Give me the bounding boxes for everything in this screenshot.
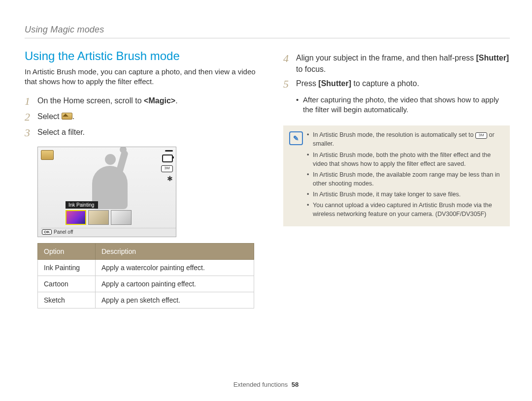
shutter-key: [Shutter] xyxy=(476,54,509,62)
step-number: 4 xyxy=(283,52,296,65)
step-1-magic: <Magic> xyxy=(144,96,175,105)
table-row: Ink Painting Apply a watercolor painting… xyxy=(38,259,254,276)
step-3-text: Select a filter. xyxy=(37,126,85,138)
step-4: 4 Align your subject in the frame, and t… xyxy=(283,52,510,75)
cell-desc: Apply a cartoon painting effect. xyxy=(96,276,254,292)
step-5-sub: • After capturing the photo, the video t… xyxy=(296,95,510,115)
shutter-key: [Shutter] xyxy=(318,79,351,88)
battery-icon xyxy=(162,154,173,162)
filter-thumbnails xyxy=(66,210,132,225)
resolution-icon: 3M xyxy=(161,165,173,172)
step-5-sub-text: After capturing the photo, the video tha… xyxy=(303,95,510,115)
step-number: 5 xyxy=(283,78,296,91)
panel-off-label: Panel off xyxy=(54,229,73,235)
step-1-text-b: . xyxy=(175,96,177,105)
note-box: ✎ In Artistic Brush mode, the resolution… xyxy=(283,125,510,226)
cell-option: Cartoon xyxy=(38,276,96,292)
step-2-text-a: Select xyxy=(37,112,62,121)
step-number: 3 xyxy=(25,126,37,139)
step-number: 2 xyxy=(25,111,37,123)
note-item: In Artistic Brush mode, the resolution i… xyxy=(307,130,503,148)
note-item: In Artistic Brush mode, the available zo… xyxy=(307,170,503,188)
ok-button-icon: OK xyxy=(42,229,52,235)
step-1: 1 On the Home screen, scroll to <Magic>. xyxy=(25,95,261,108)
step-2-text-b: . xyxy=(72,112,74,121)
page-title: Using the Artistic Brush mode xyxy=(25,49,261,63)
table-row: Cartoon Apply a cartoon painting effect. xyxy=(38,276,254,292)
mode-icon xyxy=(41,150,54,160)
table-row: Sketch Apply a pen sketch effect. xyxy=(38,292,254,308)
filter-thumb-ink xyxy=(66,210,86,225)
note-item: You cannot upload a video captured in Ar… xyxy=(307,201,503,218)
filter-label: Ink Painting xyxy=(66,201,98,209)
step-5: 5 Press [Shutter] to capture a photo. xyxy=(283,78,510,91)
resolution-chip: 3M xyxy=(475,132,487,139)
th-option: Option xyxy=(38,243,96,259)
divider xyxy=(25,38,510,38)
section-header: Using Magic modes xyxy=(25,25,510,35)
filter-thumb-sketch xyxy=(111,210,132,225)
left-column: Using the Artistic Brush mode In Artisti… xyxy=(25,49,261,308)
indicator-bar-icon xyxy=(165,150,173,152)
filter-thumb-cartoon xyxy=(88,210,109,225)
note-item: In Artistic Brush mode, both the photo w… xyxy=(307,151,503,168)
right-column: 4 Align your subject in the frame, and t… xyxy=(261,49,510,308)
step-2: 2 Select . xyxy=(25,111,261,123)
step-5-text-a: Press xyxy=(296,79,318,88)
step-5-text-b: to capture a photo. xyxy=(351,79,419,88)
note-icon: ✎ xyxy=(289,131,303,145)
options-table: Option Description Ink Painting Apply a … xyxy=(37,243,254,308)
camera-screenshot: 3M ✱ Ink Painting OK Panel off xyxy=(37,147,176,237)
step-number: 1 xyxy=(25,95,37,108)
note-item: In Artistic Brush mode, it may take long… xyxy=(307,190,503,199)
star-icon: ✱ xyxy=(167,175,173,182)
artistic-brush-mode-icon xyxy=(62,113,72,121)
manual-page: Using Magic modes Using the Artistic Bru… xyxy=(0,0,532,401)
footer-label: Extended functions xyxy=(233,381,288,388)
cell-desc: Apply a pen sketch effect. xyxy=(96,292,254,308)
intro-text: In Artistic Brush mode, you can capture … xyxy=(25,67,261,87)
step-3: 3 Select a filter. xyxy=(25,126,261,139)
step-1-text-a: On the Home screen, scroll to xyxy=(37,96,144,105)
cell-option: Sketch xyxy=(38,292,96,308)
cell-option: Ink Painting xyxy=(38,259,96,276)
cell-desc: Apply a watercolor painting effect. xyxy=(96,259,254,276)
th-description: Description xyxy=(96,243,254,259)
page-number: 58 xyxy=(292,381,299,388)
step-4-text-a: Align your subject in the frame, and the… xyxy=(296,54,476,62)
panel-off-hint: OK Panel off xyxy=(41,228,176,235)
step-4-text-b: to focus. xyxy=(296,65,326,73)
page-footer: Extended functions 58 xyxy=(0,381,532,388)
